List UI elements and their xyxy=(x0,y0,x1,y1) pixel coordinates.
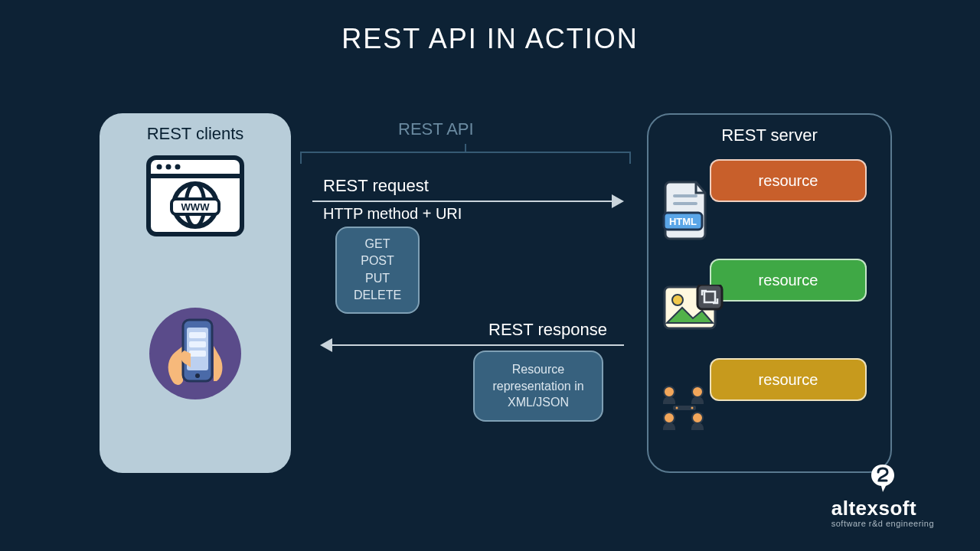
bracket xyxy=(300,144,631,159)
response-box: Resource representation in XML/JSON xyxy=(473,350,603,422)
svg-point-3 xyxy=(166,165,172,170)
svg-point-2 xyxy=(157,165,162,170)
svg-point-21 xyxy=(672,295,683,305)
response-label: REST response xyxy=(488,320,607,340)
html-file-icon: HTML xyxy=(662,181,711,240)
request-sublabel: HTTP method + URI xyxy=(323,205,462,223)
diagram-area: REST clients WWW xyxy=(0,77,980,513)
logo-tagline: software r&d engineering xyxy=(831,519,934,528)
resource-box-3: resource xyxy=(710,358,867,401)
image-file-icon xyxy=(662,285,724,335)
server-title: REST server xyxy=(648,126,890,145)
svg-point-4 xyxy=(175,165,181,170)
server-panel: REST server resource HTML resource xyxy=(647,113,892,473)
svg-point-29 xyxy=(676,407,678,409)
resource-box-1: resource xyxy=(710,159,867,202)
svg-rect-22 xyxy=(697,285,722,309)
resource-box-2: resource xyxy=(710,259,867,302)
resource-row-2: resource xyxy=(648,259,890,343)
people-icon xyxy=(659,384,716,433)
rest-api-label: REST API xyxy=(398,119,474,139)
svg-rect-14 xyxy=(189,350,206,357)
clients-title: REST clients xyxy=(100,124,291,144)
logo-icon xyxy=(870,463,896,494)
brand-logo: altexsoft software r&d engineering xyxy=(831,463,934,528)
browser-icon: WWW xyxy=(145,155,245,239)
request-arrow xyxy=(312,201,622,202)
svg-text:WWW: WWW xyxy=(181,201,211,213)
svg-rect-0 xyxy=(149,158,242,234)
svg-point-27 xyxy=(692,412,703,423)
resource-row-1: resource HTML xyxy=(648,159,890,243)
mobile-icon xyxy=(149,308,241,399)
request-label: REST request xyxy=(323,176,429,196)
logo-name: altexsoft xyxy=(831,497,934,520)
method-delete: DELETE xyxy=(337,287,418,304)
http-methods-box: GET POST PUT DELETE xyxy=(335,227,420,314)
svg-point-25 xyxy=(692,386,703,397)
svg-rect-12 xyxy=(189,332,206,338)
svg-text:HTML: HTML xyxy=(669,216,697,227)
svg-rect-13 xyxy=(189,341,206,347)
method-get: GET xyxy=(337,236,418,253)
response-arrow xyxy=(322,344,624,346)
method-post: POST xyxy=(337,253,418,269)
resource-row-3: resource xyxy=(648,358,890,442)
svg-point-24 xyxy=(664,386,675,397)
method-put: PUT xyxy=(337,270,418,287)
clients-panel: REST clients WWW xyxy=(100,113,291,473)
svg-point-26 xyxy=(664,412,675,423)
svg-point-30 xyxy=(691,407,694,409)
page-title: REST API IN ACTION xyxy=(0,0,980,55)
svg-point-15 xyxy=(195,373,200,378)
